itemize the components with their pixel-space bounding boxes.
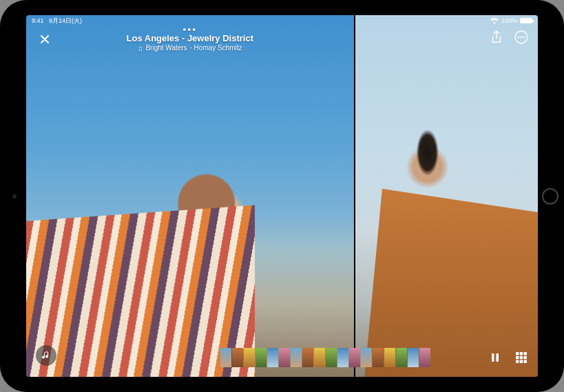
timeline-thumb[interactable] [337,348,348,367]
music-note-icon: ♫ [138,45,143,52]
timeline-thumb[interactable] [314,348,325,367]
memory-title-block[interactable]: ••• Los Angeles - Jewelry District ♫ Bri… [26,28,354,53]
title-options-icon[interactable]: ••• [26,28,354,32]
memory-music-button[interactable] [36,345,56,366]
timeline-thumb[interactable] [408,348,419,367]
bottom-right-controls [487,349,530,366]
svg-rect-4 [492,353,494,362]
timeline-thumb[interactable] [326,348,337,367]
ipad-frame: 9:41 9月14日(火) 100% [0,0,564,392]
battery-icon [520,18,532,23]
more-button[interactable] [513,29,530,45]
wifi-icon [490,18,499,24]
status-time: 9:41 [32,17,44,24]
battery-percent: 100% [501,17,517,24]
device-camera [12,194,17,198]
status-date: 9月14日(火) [49,17,82,24]
svg-rect-14 [524,360,528,364]
svg-rect-8 [524,352,528,355]
svg-rect-13 [520,360,523,364]
svg-rect-7 [520,352,523,355]
svg-rect-10 [520,356,523,360]
timeline-thumb[interactable] [419,348,430,367]
svg-rect-11 [524,356,528,360]
timeline-thumbnails[interactable] [220,348,446,367]
memory-music-text: Bright Waters・Homay Schmitz [145,43,242,53]
pause-button[interactable] [487,349,503,366]
timeline-thumb[interactable] [373,348,384,367]
svg-rect-9 [516,356,519,360]
timeline-thumb[interactable] [255,348,267,367]
timeline-thumb[interactable] [384,348,395,367]
memory-photo-left[interactable] [26,15,354,377]
status-left: 9:41 9月14日(火) [32,17,82,25]
status-right: 100% [490,17,532,24]
memory-player[interactable] [26,15,538,377]
timeline-thumb[interactable] [361,348,372,367]
top-right-controls [488,29,530,45]
timeline-thumb[interactable] [267,348,278,367]
svg-point-3 [523,37,525,38]
photo-divider [354,15,355,377]
timeline-thumb[interactable] [220,348,231,367]
grid-button[interactable] [513,349,530,366]
timeline-thumb[interactable] [244,348,255,367]
memory-photo-right[interactable] [354,15,538,377]
svg-point-1 [518,37,519,38]
status-bar: 9:41 9月14日(火) 100% [26,15,538,26]
svg-rect-12 [516,360,519,364]
timeline-thumb[interactable] [291,348,302,367]
timeline-thumb[interactable] [232,348,243,367]
timeline-thumb[interactable] [279,348,290,367]
memory-music-line: ♫ Bright Waters・Homay Schmitz [26,43,354,53]
screen: 9:41 9月14日(火) 100% [26,15,538,377]
svg-rect-6 [516,352,519,355]
svg-rect-5 [497,353,499,362]
timeline-thumb[interactable] [396,348,407,367]
svg-point-2 [521,37,522,38]
timeline-thumb[interactable] [302,348,313,367]
timeline-thumb[interactable] [349,348,360,367]
share-button[interactable] [488,29,505,45]
home-button[interactable] [542,188,558,205]
